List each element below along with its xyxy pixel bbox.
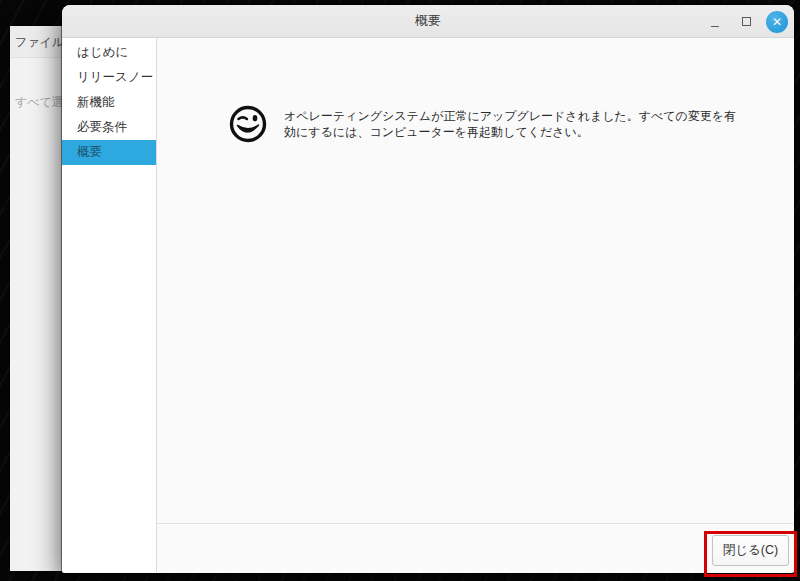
sidebar-item-summary[interactable]: 概要 [62,140,156,165]
action-separator [157,523,794,524]
close-button[interactable]: 閉じる(C) [712,535,789,566]
desktop: { "background_window": { "menu_file_labe… [0,0,800,581]
dialog-body: はじめに リリースノート 新機能 必要条件 概要 オペレーティングシステムが正常… [62,38,794,572]
select-all-label: すべて選 [15,94,63,111]
window-title: 概要 [415,12,441,30]
face-wink-icon [228,104,268,144]
content-pane: オペレーティングシステムが正常にアップグレードされました。すべての変更を有効にす… [157,38,794,572]
window-controls: – ✕ [704,5,788,38]
summary-dialog: 概要 – ✕ はじめに リリースノート 新機能 必要条件 概要 [62,5,794,573]
sidebar-item-requirements[interactable]: 必要条件 [62,115,156,140]
maximize-icon [742,17,751,26]
message-text: オペレーティングシステムが正常にアップグレードされました。すべての変更を有効にす… [284,104,742,140]
sidebar-item-introduction[interactable]: はじめに [62,40,156,65]
file-menu[interactable]: ファイル( [10,26,63,58]
minimize-button[interactable]: – [704,11,726,33]
close-icon: ✕ [772,16,782,28]
close-window-button[interactable]: ✕ [766,11,788,33]
sidebar-item-release-notes[interactable]: リリースノート [62,65,156,90]
background-window: ファイル( すべて選 [10,26,63,571]
maximize-button[interactable] [735,11,757,33]
sidebar-item-new-features[interactable]: 新機能 [62,90,156,115]
titlebar[interactable]: 概要 – ✕ [62,5,794,38]
minimize-icon: – [711,18,719,32]
success-message: オペレーティングシステムが正常にアップグレードされました。すべての変更を有効にす… [228,104,742,144]
sidebar: はじめに リリースノート 新機能 必要条件 概要 [62,38,157,572]
